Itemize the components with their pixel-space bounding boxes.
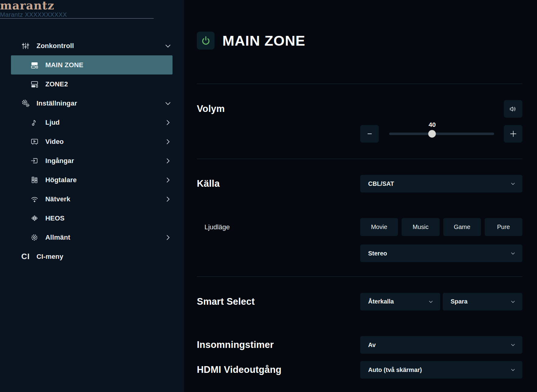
sidebar-item-allmant[interactable]: Allmänt xyxy=(11,228,173,247)
sidebar-item-heos[interactable]: HEOS xyxy=(11,209,173,228)
sidebar-item-label: MAIN ZONE xyxy=(45,61,83,69)
sleep-timer-label: Insomningstimer xyxy=(197,339,274,350)
section-divider xyxy=(197,276,522,277)
sidebar-item-label: Video xyxy=(45,138,64,146)
sidebar-item-ingangar[interactable]: Ingångar xyxy=(11,151,173,170)
chevron-down-icon xyxy=(510,250,516,257)
volume-down-button[interactable] xyxy=(360,125,379,143)
source-section: Källa CBL/SAT Ljudläge Movie Music Game … xyxy=(197,175,522,262)
gear-icon xyxy=(30,233,39,242)
chevron-right-icon xyxy=(164,176,172,184)
brand-divider xyxy=(0,18,154,19)
chevron-right-icon xyxy=(164,195,172,203)
volume-slider-thumb[interactable] xyxy=(428,130,436,138)
sidebar-item-label: Ljud xyxy=(45,119,60,127)
sleep-timer-value: Av xyxy=(368,342,376,349)
sidebar-item-natverk[interactable]: Nätverk xyxy=(11,189,173,209)
faders-icon xyxy=(21,42,30,50)
sidebar-item-label: Nätverk xyxy=(45,195,70,203)
chevron-right-icon xyxy=(164,119,172,127)
sidebar-item-hogtalare[interactable]: Högtalare xyxy=(11,170,173,189)
sidebar-item-installningar[interactable]: Inställningar xyxy=(11,94,173,113)
wifi-icon xyxy=(30,195,39,203)
volume-slider-track[interactable] xyxy=(389,133,494,135)
sound-mode-buttons: Movie Music Game Pure xyxy=(360,218,522,236)
chevron-right-icon xyxy=(164,234,172,241)
mute-button[interactable] xyxy=(504,100,522,118)
page-title: MAIN ZONE xyxy=(222,32,305,49)
volume-label: Volym xyxy=(197,103,225,114)
sidebar-item-label: Inställningar xyxy=(37,99,77,107)
sidebar-item-label: CI-meny xyxy=(37,253,63,261)
sound-mode-value: Stereo xyxy=(368,250,387,257)
smart-select-label: Smart Select xyxy=(197,296,255,307)
sound-mode-music-button[interactable]: Music xyxy=(402,218,439,236)
sidebar-item-zonkontroll[interactable]: Zonkontroll xyxy=(11,36,173,55)
minus-icon xyxy=(365,129,374,138)
source-select[interactable]: CBL/SAT xyxy=(360,175,522,193)
volume-value: 40 xyxy=(429,121,436,128)
chevron-down-icon xyxy=(427,298,434,305)
sound-mode-game-button[interactable]: Game xyxy=(443,218,481,236)
main-content: MAIN ZONE Volym xyxy=(184,0,537,392)
ci-icon: CI xyxy=(21,252,30,261)
device-model-label: Marantz XXXXXXXXXX xyxy=(0,11,184,18)
heos-icon xyxy=(30,214,39,223)
sidebar-item-ci-meny[interactable]: CI CI-meny xyxy=(11,247,173,266)
smart-select-recall-select[interactable]: Återkalla xyxy=(360,293,440,310)
sidebar: marantz Marantz XXXXXXXXXX Zonkontroll xyxy=(0,0,184,392)
marantz-logo: marantz xyxy=(0,0,184,11)
sound-mode-movie-button[interactable]: Movie xyxy=(360,218,398,236)
chevron-right-icon xyxy=(164,157,172,165)
hdmi-out-value: Auto (två skärmar) xyxy=(368,366,422,373)
sidebar-item-label: ZONE2 xyxy=(45,80,68,88)
volume-slider: 40 xyxy=(389,125,494,143)
speaker-volume-icon xyxy=(508,104,518,114)
save-value: Spara xyxy=(451,298,468,305)
gears-icon xyxy=(21,99,30,108)
sidebar-item-label: HEOS xyxy=(45,214,65,222)
sidebar-item-label: Högtalare xyxy=(45,176,77,184)
power-icon xyxy=(200,35,211,46)
zone-header: MAIN ZONE xyxy=(197,31,522,50)
sidebar-item-label: Zonkontroll xyxy=(37,42,74,50)
sound-mode-pure-button[interactable]: Pure xyxy=(485,218,522,236)
sleep-timer-select[interactable]: Av xyxy=(360,336,522,354)
sound-mode-select[interactable]: Stereo xyxy=(360,245,522,262)
plus-icon xyxy=(508,129,518,139)
sidebar-item-ljud[interactable]: Ljud xyxy=(11,113,173,132)
sidebar-item-label: Allmänt xyxy=(45,234,70,241)
source-label: Källa xyxy=(197,178,220,189)
sidebar-nav: Zonkontroll MAIN ZONE xyxy=(0,36,184,266)
power-button[interactable] xyxy=(197,32,214,50)
sleep-timer-section: Insomningstimer Av xyxy=(197,336,522,354)
main-zone-icon xyxy=(30,61,39,69)
chevron-down-icon xyxy=(510,342,516,348)
recall-value: Återkalla xyxy=(368,298,394,305)
sidebar-item-video[interactable]: Video xyxy=(11,132,173,151)
tv-icon xyxy=(30,137,39,146)
hdmi-out-label: HDMI Videoutgång xyxy=(197,364,281,375)
volume-up-button[interactable] xyxy=(504,125,522,143)
hdmi-out-select[interactable]: Auto (två skärmar) xyxy=(360,361,522,379)
section-divider xyxy=(197,84,522,84)
source-value: CBL/SAT xyxy=(368,180,394,187)
chevron-down-icon xyxy=(164,99,172,107)
sidebar-item-label: Ingångar xyxy=(45,157,74,165)
smart-select-section: Smart Select Återkalla Spara xyxy=(197,293,522,310)
chevron-down-icon xyxy=(510,298,516,305)
zone2-icon xyxy=(30,80,39,88)
sidebar-item-zone2[interactable]: ZONE2 xyxy=(11,75,173,94)
speakers-icon xyxy=(30,176,39,184)
chevron-down-icon xyxy=(510,180,516,187)
chevron-down-icon xyxy=(164,42,172,50)
input-icon xyxy=(30,157,39,165)
chevron-down-icon xyxy=(510,366,516,373)
sidebar-item-main-zone[interactable]: MAIN ZONE xyxy=(11,55,173,75)
music-note-icon xyxy=(30,118,39,127)
hdmi-out-section: HDMI Videoutgång Auto (två skärmar) xyxy=(197,361,522,379)
section-divider xyxy=(197,159,522,159)
chevron-right-icon xyxy=(164,138,172,146)
smart-select-save-select[interactable]: Spara xyxy=(443,293,522,310)
volume-section: Volym 40 xyxy=(197,100,522,143)
